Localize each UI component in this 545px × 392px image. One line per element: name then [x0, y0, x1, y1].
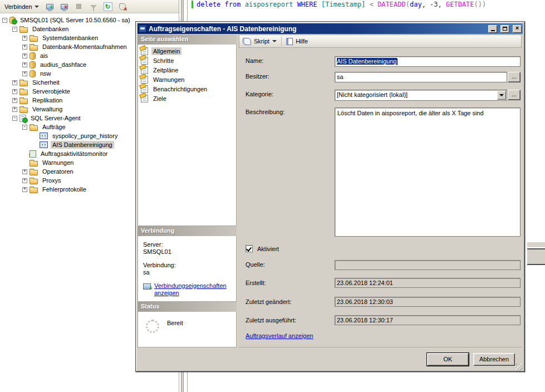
expand-icon[interactable]: + [22, 53, 27, 58]
filter-button [88, 2, 99, 12]
category-browse-button[interactable]: ... [508, 90, 521, 100]
connection-label: Verbindung: [143, 262, 236, 269]
server-icon [9, 17, 16, 24]
collapse-icon[interactable]: - [12, 116, 17, 121]
name-input[interactable]: AIS Datenbereinigung [335, 56, 521, 67]
tree-item-label: Auftragsaktivitätsmonitor [39, 150, 109, 158]
category-label: Kategorie: [246, 91, 273, 97]
tree-item-label: SQL Server-Agent [29, 114, 82, 122]
sql-query-line: delete from aisposreport WHERE [Timestam… [197, 1, 486, 8]
name-input-selected-text: AIS Datenbereinigung [337, 58, 397, 65]
category-select-value: [Nicht kategorisiert (lokal)] [337, 91, 407, 98]
script-dropdown-icon[interactable] [272, 40, 277, 42]
category-dropdown-button[interactable] [497, 91, 506, 100]
page-item-benachrichtigungen[interactable]: Benachrichtigungen [138, 84, 236, 94]
maximize-button[interactable] [500, 25, 509, 33]
connection-header: Verbindung [138, 226, 237, 236]
resize-grip[interactable] [515, 364, 523, 371]
view-connection-properties-link[interactable]: Verbindungseigenschaften anzeigen [154, 282, 236, 297]
category-select[interactable]: [Nicht kategorisiert (lokal)] [335, 90, 507, 101]
page-icon [141, 57, 148, 65]
dialog-titlebar[interactable]: Auftragseigenschaften - AIS Datenbereini… [138, 23, 523, 34]
ok-button[interactable]: OK [427, 353, 469, 366]
connection-panel: Server: SMSQL01 Verbindung: sa Verbindun… [138, 236, 237, 302]
expand-icon[interactable]: + [22, 169, 27, 174]
enabled-label: Aktiviert [257, 246, 279, 252]
change-tracking-bar [192, 1, 193, 8]
dialog-button-row: OK Abbrechen [427, 353, 515, 366]
folder-icon [19, 27, 28, 33]
source-field [335, 260, 521, 270]
executed-label: Zuletzt ausgeführt: [246, 317, 296, 324]
expand-icon[interactable]: + [22, 71, 27, 76]
tree-item-label: Serverobjekte [31, 87, 72, 95]
connect-button[interactable]: Verbinden [2, 2, 41, 11]
ssms-window: Verbinden + × ↻ -SMSQL01 (SQL Server 10.… [0, 0, 545, 392]
folder-icon [30, 45, 38, 51]
page-item-allgemein[interactable]: Allgemein [138, 46, 236, 56]
page-item-zeitpl-ne[interactable]: Zeitpläne [138, 65, 236, 75]
expand-icon[interactable]: + [12, 107, 17, 112]
expand-icon[interactable]: + [12, 98, 17, 103]
page-list: AllgemeinSchritteZeitpläneWarnungenBenac… [138, 45, 237, 226]
tree-item-label: Fehlerprotokolle [41, 185, 88, 193]
page-icon [141, 95, 148, 102]
expand-icon[interactable]: + [22, 62, 27, 67]
job-icon [40, 133, 48, 139]
stop-icon [76, 4, 81, 9]
folder-icon [30, 179, 38, 184]
help-button[interactable]: Hilfe [296, 38, 308, 45]
expand-icon[interactable]: + [12, 89, 17, 94]
progress-spinner-icon [146, 320, 159, 333]
expand-icon[interactable]: + [22, 36, 27, 41]
description-textarea[interactable]: Löscht Daten in aisposreport, die älter … [335, 107, 521, 237]
expand-icon[interactable]: + [12, 80, 17, 85]
created-field: 23.06.2018 12:24:01 [335, 278, 521, 288]
remove-filter-button[interactable] [117, 2, 128, 12]
dialog-toolbar: Skript Hilfe [239, 35, 522, 48]
sql-token: ()) [474, 1, 487, 8]
collapse-icon[interactable]: - [2, 18, 7, 23]
name-label: Name: [246, 57, 263, 64]
page-item-ziele[interactable]: Ziele [138, 94, 236, 103]
connect-server-button[interactable]: + [45, 2, 56, 12]
cancel-button[interactable]: Abbrechen [473, 353, 515, 366]
dialog-content: Skript Hilfe Name: AIS Datenbereinigung … [239, 35, 522, 347]
expand-icon[interactable]: + [22, 45, 27, 50]
script-button[interactable]: Skript [254, 38, 269, 45]
tree-item-label: Warnungen [41, 159, 75, 166]
minimize-button[interactable] [488, 25, 497, 33]
sql-token: [Timestamp] [321, 1, 370, 8]
minimize-icon [491, 30, 495, 31]
expand-icon[interactable]: + [22, 187, 27, 192]
job-history-link[interactable]: Auftragsverlauf anzeigen [246, 332, 313, 339]
page-item-label: Ziele [151, 95, 168, 102]
owner-input[interactable]: sa [335, 72, 507, 82]
background-splitter[interactable] [527, 248, 545, 265]
source-label: Quelle: [246, 261, 265, 268]
close-button[interactable]: × [513, 25, 522, 33]
description-label: Beschreibung: [246, 109, 284, 115]
tree-item-label: AIS Datenbereinigung [51, 141, 114, 149]
job-properties-dialog: Auftragseigenschaften - AIS Datenbereini… [135, 21, 525, 372]
page-item-label: Warnungen [151, 76, 186, 84]
collapse-icon[interactable]: - [12, 27, 17, 32]
enabled-checkbox[interactable] [246, 245, 253, 252]
dialog-body: Seite auswählen AllgemeinSchritteZeitplä… [138, 34, 523, 371]
connect-icon: + [46, 4, 53, 9]
refresh-button[interactable]: ↻ [102, 2, 114, 12]
folder-icon [30, 161, 38, 166]
sql-token: day [410, 1, 422, 8]
folder-icon [19, 99, 28, 104]
page-item-warnungen[interactable]: Warnungen [138, 75, 236, 84]
expand-icon[interactable]: + [22, 178, 27, 183]
folder-icon [19, 90, 28, 95]
owner-browse-button[interactable]: ... [508, 72, 521, 82]
disconnect-server-button[interactable]: × [59, 2, 70, 12]
status-panel: Bereit [138, 312, 237, 347]
job-properties-icon [139, 25, 146, 32]
collapse-icon[interactable]: - [22, 125, 27, 130]
tree-item-label: Operatoren [41, 168, 75, 175]
page-item-schritte[interactable]: Schritte [138, 56, 236, 65]
help-icon [286, 38, 293, 45]
